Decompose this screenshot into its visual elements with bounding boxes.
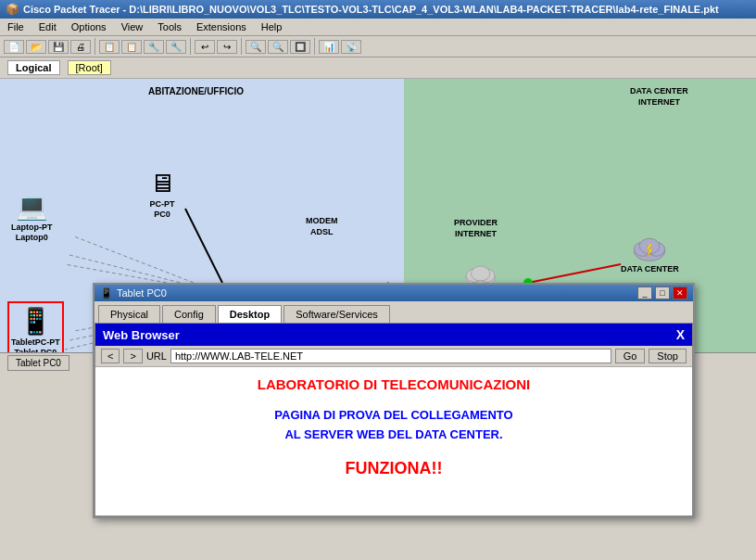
browser-close-btn[interactable]: X	[676, 327, 685, 342]
laptop-icon: 💻	[13, 190, 50, 223]
tablet-window-title: Tablet PC0	[117, 287, 167, 299]
title-text: Cisco Packet Tracer - D:\LIBRI\LIBRO_NUO…	[23, 4, 719, 15]
toolbar-extra1[interactable]: 📊	[319, 40, 339, 54]
toolbar-redo[interactable]: ↪	[217, 40, 237, 54]
toolbar-sep-3	[241, 38, 242, 55]
svg-line-6	[185, 209, 222, 283]
toolbar-print[interactable]: 🖨	[70, 40, 91, 54]
datacenter-title-label: DATA CENTERINTERNET	[630, 86, 688, 108]
pc-icon: 🖥	[144, 167, 181, 199]
tablet-window-titlebar: 📱 Tablet PC0 _ □ ✕	[94, 285, 693, 301]
toolbar-sep-4	[314, 38, 315, 55]
toolbar-btn2[interactable]: 📋	[121, 40, 142, 54]
tab-software[interactable]: Software/Services	[284, 305, 390, 323]
content-line1: PAGINA DI PROVA DEL COLLEGAMENTO	[274, 408, 512, 422]
toolbar-zoom-out[interactable]: 🔍	[268, 40, 288, 54]
tablet-maximize-btn[interactable]: □	[655, 286, 670, 299]
datacenter-label: DATA CENTER	[621, 264, 679, 274]
tablet-label: TabletPC-PTTablet PC0	[11, 337, 60, 352]
device-tablet[interactable]: 📱 TabletPC-PTTablet PC0	[7, 301, 64, 352]
toolbar-open[interactable]: 📂	[26, 40, 46, 54]
tab-physical[interactable]: Physical	[98, 305, 160, 323]
browser-forward-btn[interactable]: >	[123, 349, 142, 363]
toolbar: 📄 📂 💾 🖨 📋 📋 🔧 🔧 ↩ ↪ 🔍 🔍 🔲 📊 📡	[0, 36, 756, 57]
menu-tools[interactable]: Tools	[154, 20, 185, 33]
content-line2: AL SERVER WEB DEL DATA CENTER.	[284, 427, 502, 441]
toolbar-zoom-fit[interactable]: 🔲	[290, 40, 310, 54]
content-works: FUNZIONA!!	[114, 459, 674, 478]
menu-help[interactable]: Help	[258, 20, 286, 33]
tablet-dialog: 📱 Tablet PC0 _ □ ✕ Physical Config Deskt…	[93, 283, 695, 518]
browser-panel: Web Browser X < > URL Go Stop LABORATORI…	[94, 323, 693, 516]
tablet-close-btn[interactable]: ✕	[673, 286, 687, 299]
url-label: URL	[146, 350, 167, 362]
title-bar: 📦 Cisco Packet Tracer - D:\LIBRI\LIBRO_N…	[0, 0, 756, 19]
device-datacenter[interactable]: DATA CENTER	[621, 232, 679, 274]
tablet-win-buttons: _ □ ✕	[637, 286, 687, 299]
device-pc[interactable]: 🖥 PC-PTPC0	[144, 167, 181, 220]
root-label: [Root]	[68, 60, 111, 75]
bottom-device-item[interactable]: Tablet PC0	[7, 355, 69, 371]
toolbar-sep-2	[190, 38, 191, 55]
tablet-window-icon: 📱	[100, 287, 113, 299]
tab-desktop[interactable]: Desktop	[218, 305, 282, 323]
tablet-title-left: 📱 Tablet PC0	[100, 287, 167, 299]
menu-bar: File Edit Options View Tools Extensions …	[0, 19, 756, 36]
go-button[interactable]: Go	[615, 349, 646, 363]
device-laptop[interactable]: 💻 Laptop-PTLaptop0	[11, 190, 53, 243]
logical-bar: Logical [Root]	[0, 57, 756, 79]
url-input[interactable]	[170, 349, 611, 363]
tablet-tabs: Physical Config Desktop Software/Service…	[94, 301, 693, 323]
pc-label: PC-PTPC0	[150, 199, 175, 220]
toolbar-save[interactable]: 💾	[48, 40, 69, 54]
toolbar-btn3[interactable]: 🔧	[144, 40, 164, 54]
tablet-icon: 📱	[17, 305, 54, 337]
toolbar-undo[interactable]: ↩	[195, 40, 215, 54]
menu-edit[interactable]: Edit	[35, 20, 60, 33]
browser-nav: < > URL Go Stop	[95, 346, 692, 367]
area-label-abitazione: ABITAZIONE/UFFICIO	[148, 86, 244, 96]
browser-back-btn[interactable]: <	[101, 349, 120, 363]
svg-point-29	[472, 266, 490, 281]
toolbar-zoom-in[interactable]: 🔍	[246, 40, 266, 54]
menu-extensions[interactable]: Extensions	[193, 20, 250, 33]
toolbar-btn4[interactable]: 🔧	[166, 40, 186, 54]
toolbar-new[interactable]: 📄	[4, 40, 24, 54]
toolbar-extra2[interactable]: 📡	[341, 40, 361, 54]
tablet-minimize-btn[interactable]: _	[637, 286, 652, 299]
toolbar-sep-1	[94, 38, 95, 55]
menu-options[interactable]: Options	[68, 20, 110, 33]
tab-config[interactable]: Config	[162, 305, 216, 323]
logical-label[interactable]: Logical	[7, 60, 60, 75]
browser-title: Web Browser	[103, 328, 180, 342]
toolbar-btn1[interactable]: 📋	[99, 40, 120, 54]
stop-button[interactable]: Stop	[649, 349, 687, 363]
browser-header: Web Browser X	[95, 324, 692, 346]
modem-adsl-label: MODEMADSL	[306, 216, 338, 237]
menu-view[interactable]: View	[118, 20, 147, 33]
provider-label: PROVIDERINTERNET	[454, 218, 498, 239]
content-title: LABORATORIO DI TELECOMUNICAZIONI	[114, 376, 674, 392]
datacenter-icon	[631, 232, 668, 264]
menu-file[interactable]: File	[4, 20, 28, 33]
browser-content: LABORATORIO DI TELECOMUNICAZIONI PAGINA …	[95, 367, 692, 515]
laptop-label: Laptop-PTLaptop0	[11, 223, 53, 243]
content-body: PAGINA DI PROVA DEL COLLEGAMENTO AL SERV…	[114, 406, 674, 445]
app-icon: 📦	[6, 3, 19, 16]
